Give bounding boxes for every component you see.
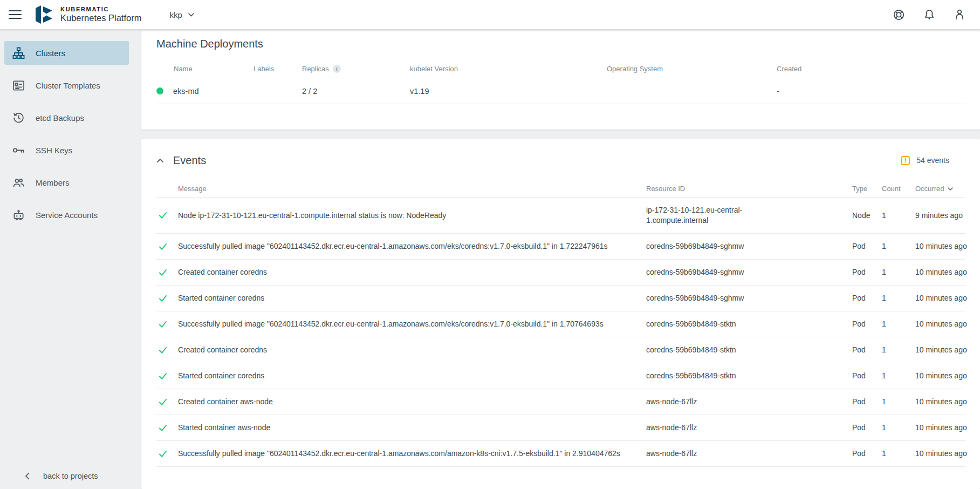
machine-deployment-row[interactable]: eks-md 2 / 2 v1.19 - bbox=[156, 78, 965, 104]
success-check-icon bbox=[156, 203, 178, 227]
machine-deployment-name: eks-md bbox=[173, 87, 199, 96]
sidebar-item-clusters[interactable]: Clusters bbox=[4, 41, 129, 65]
chevron-down-icon bbox=[188, 13, 194, 17]
event-count: 1 bbox=[882, 363, 915, 389]
collapse-chevron-up-icon[interactable] bbox=[156, 158, 164, 163]
kubermatic-logo-icon bbox=[33, 4, 54, 25]
success-check-icon bbox=[156, 364, 178, 388]
column-header-name: Name bbox=[156, 65, 253, 73]
success-check-icon bbox=[156, 235, 178, 259]
status-dot-healthy bbox=[156, 87, 163, 94]
robot-icon bbox=[12, 209, 25, 221]
success-check-icon bbox=[156, 313, 178, 336]
event-count: 1 bbox=[882, 234, 915, 259]
event-occurred: 10 minutes ago bbox=[915, 415, 967, 440]
user-account-icon[interactable] bbox=[953, 8, 966, 21]
event-occurred: 10 minutes ago bbox=[915, 389, 967, 415]
sidebar-item-service-accounts[interactable]: Service Accounts bbox=[4, 203, 129, 227]
event-type: Pod bbox=[852, 311, 882, 337]
sidebar-item-cluster-templates[interactable]: Cluster Templates bbox=[4, 73, 129, 97]
column-header-count: Count bbox=[882, 185, 915, 193]
event-occurred: 10 minutes ago bbox=[915, 363, 967, 389]
event-row: Started container coredns coredns-59b69b… bbox=[156, 286, 965, 311]
column-header-created: Created bbox=[777, 65, 965, 73]
notifications-bell-icon[interactable] bbox=[923, 8, 936, 21]
event-row: Created container coredns coredns-59b69b… bbox=[156, 337, 965, 363]
event-message: Successfully pulled image "602401143452.… bbox=[178, 234, 646, 259]
event-count: 1 bbox=[882, 389, 915, 415]
event-message: Successfully pulled image "602401143452.… bbox=[178, 311, 646, 337]
event-type: Pod bbox=[852, 337, 882, 363]
event-occurred: 10 minutes ago bbox=[915, 260, 967, 285]
event-message: Started container aws-node bbox=[178, 415, 646, 440]
event-message: Created container coredns bbox=[178, 337, 646, 363]
brand-product: Kubernetes Platform bbox=[60, 13, 141, 24]
success-check-icon bbox=[156, 338, 178, 362]
event-row: Created container aws-node aws-node-67ll… bbox=[156, 389, 965, 415]
event-count: 1 bbox=[882, 286, 915, 311]
event-occurred: 10 minutes ago bbox=[915, 311, 967, 337]
sidebar-item-label: etcd Backups bbox=[36, 113, 84, 123]
event-message: Created container coredns bbox=[178, 260, 646, 285]
event-resource-id: coredns-59b69b4849-sghmw bbox=[646, 286, 852, 311]
sidebar-item-ssh-keys[interactable]: SSH Keys bbox=[4, 138, 129, 162]
event-type: Node bbox=[852, 203, 882, 228]
help-lifebuoy-icon[interactable] bbox=[892, 8, 906, 22]
back-to-projects-label: back to projects bbox=[43, 472, 98, 480]
topbar: KUBERMATIC Kubernetes Platform kkp bbox=[0, 0, 980, 29]
event-resource-id: aws-node-67llz bbox=[646, 389, 852, 415]
event-message: Successfully pulled image "602401143452.… bbox=[178, 441, 646, 466]
column-header-occurred[interactable]: Occurred bbox=[915, 185, 965, 193]
event-message: Created container aws-node bbox=[178, 389, 646, 415]
column-header-message: Message bbox=[178, 185, 646, 193]
event-message: Node ip-172-31-10-121.eu-central-1.compu… bbox=[178, 203, 646, 228]
sidebar-item-label: SSH Keys bbox=[36, 146, 72, 155]
event-count: 1 bbox=[882, 260, 915, 285]
event-resource-id: ip-172-31-10-121.eu-central-1.compute.in… bbox=[646, 198, 852, 233]
event-count: 1 bbox=[882, 415, 915, 440]
events-count-label: 54 events bbox=[916, 156, 949, 165]
members-people-icon bbox=[12, 176, 25, 189]
sidebar-item-etcd-backups[interactable]: etcd Backups bbox=[4, 106, 129, 130]
event-type: Pod bbox=[852, 286, 882, 311]
event-row: Node ip-172-31-10-121.eu-central-1.compu… bbox=[156, 198, 965, 234]
machine-deployments-title: Machine Deployments bbox=[156, 38, 965, 50]
machine-deployments-card: Machine Deployments Name Labels Replicas… bbox=[141, 31, 980, 130]
events-table-body: Node ip-172-31-10-121.eu-central-1.compu… bbox=[156, 198, 965, 467]
success-check-icon bbox=[156, 416, 178, 440]
event-type: Pod bbox=[852, 441, 882, 466]
success-check-icon bbox=[156, 390, 178, 414]
event-resource-id: aws-node-67llz bbox=[646, 441, 852, 466]
event-type: Pod bbox=[852, 389, 882, 415]
event-row: Started container aws-node aws-node-67ll… bbox=[156, 415, 965, 441]
event-count: 1 bbox=[882, 203, 915, 228]
events-title: Events bbox=[173, 154, 206, 167]
event-resource-id: coredns-59b69b4849-stktn bbox=[646, 363, 852, 389]
event-resource-id: coredns-59b69b4849-stktn bbox=[646, 337, 852, 363]
event-row: Successfully pulled image "602401143452.… bbox=[156, 311, 965, 337]
event-row: Successfully pulled image "602401143452.… bbox=[156, 441, 965, 467]
machine-deployment-created: - bbox=[777, 87, 965, 96]
sidebar-item-members[interactable]: Members bbox=[4, 171, 129, 194]
events-count-badge: ! 54 events bbox=[901, 156, 949, 165]
chevron-left-icon bbox=[25, 472, 30, 480]
key-icon bbox=[12, 144, 25, 157]
event-occurred: 10 minutes ago bbox=[915, 441, 967, 466]
event-row: Started container coredns coredns-59b69b… bbox=[156, 363, 965, 389]
event-occurred: 10 minutes ago bbox=[915, 337, 967, 363]
menu-hamburger-icon[interactable] bbox=[9, 10, 22, 19]
sidebar-item-label: Members bbox=[36, 178, 70, 187]
brand-name: KUBERMATIC bbox=[60, 6, 141, 13]
project-selector[interactable]: kkp bbox=[169, 10, 194, 19]
event-row: Successfully pulled image "602401143452.… bbox=[156, 234, 965, 260]
back-to-projects-link[interactable]: back to projects bbox=[0, 472, 132, 480]
event-occurred: 10 minutes ago bbox=[915, 286, 967, 311]
info-icon[interactable]: i bbox=[333, 65, 341, 73]
event-row: Created container coredns coredns-59b69b… bbox=[156, 260, 965, 286]
event-resource-id: coredns-59b69b4849-stktn bbox=[646, 311, 852, 337]
column-header-operating-system: Operating System bbox=[607, 65, 777, 73]
sort-chevron-down-icon bbox=[948, 187, 953, 191]
event-message: Started container coredns bbox=[178, 363, 646, 389]
column-header-resource-id: Resource ID bbox=[646, 185, 852, 193]
success-check-icon bbox=[156, 261, 178, 284]
